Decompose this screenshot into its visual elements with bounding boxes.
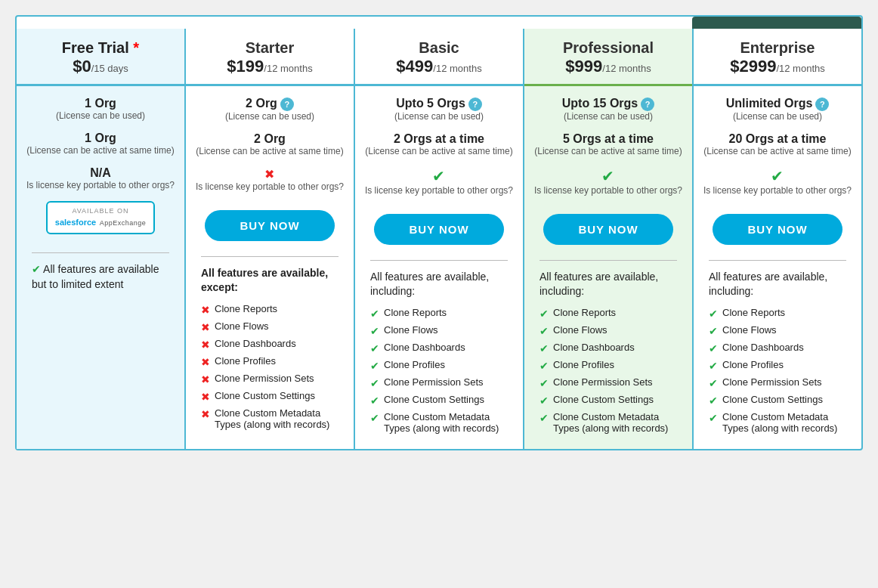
feature-label: Clone Flows <box>553 324 607 336</box>
feature-cross-icon: ✖ <box>201 373 210 385</box>
org-active-note-basic: (License can be active at same time) <box>363 146 515 156</box>
buy-btn-professional[interactable]: BUY NOW <box>543 214 673 245</box>
feature-label: Clone Custom Settings <box>553 394 654 405</box>
features-section-basic: All features are available, including:✔C… <box>363 270 515 438</box>
col-period-basic: /12 months <box>433 63 481 74</box>
feature-item: ✔Clone Dashboards <box>370 342 508 354</box>
col-price-free-trial: $0/15 days <box>24 57 177 76</box>
portable-check-enterprise: ✔ <box>703 167 852 185</box>
feature-item: ✔Clone Flows <box>709 324 846 337</box>
feature-check-icon: ✔ <box>370 325 379 337</box>
feature-label: Clone Dashboards <box>553 342 635 353</box>
salesforce-logo: salesforce AppExchange <box>55 215 146 228</box>
feature-check-icon: ✔ <box>709 412 718 424</box>
org-active-free-trial: 1 Org(License can be active at same time… <box>24 132 177 156</box>
feature-label: Clone Dashboards <box>384 342 465 353</box>
col-header-basic: Basic$499/12 months <box>355 29 523 86</box>
org-active-count-enterprise: 20 Orgs at a time <box>701 132 854 146</box>
help-icon-orgs-basic[interactable]: ? <box>468 97 482 111</box>
org-note-basic: (License can be used) <box>363 111 515 122</box>
col-header-professional: Professional$999/12 months <box>524 29 692 86</box>
feature-item: ✖Clone Custom Metadata Types (along with… <box>201 407 339 430</box>
org-active-note-professional: (License can be active at same time) <box>532 146 685 156</box>
features-title-enterprise: All features are available, including: <box>709 270 846 299</box>
feature-label: Clone Permission Sets <box>553 376 653 388</box>
col-price-professional: $999/12 months <box>532 57 685 76</box>
feature-item: ✔Clone Flows <box>539 324 677 337</box>
features-section-free-trial: ✔ All features are available but to limi… <box>24 262 177 299</box>
feature-label: Clone Custom Settings <box>384 394 484 405</box>
portable-check-professional: ✔ <box>534 167 682 185</box>
features-divider-starter <box>201 256 339 257</box>
feature-item: ✔Clone Flows <box>370 324 508 337</box>
col-price-enterprise: $2999/12 months <box>701 57 854 76</box>
portable-label-starter: Is license key portable to other orgs? <box>196 181 344 192</box>
feature-label: Clone Dashboards <box>215 338 296 349</box>
feature-item: ✔Clone Custom Metadata Types (along with… <box>709 411 846 434</box>
feature-label: Clone Permission Sets <box>215 373 314 384</box>
help-icon-orgs-professional[interactable]: ? <box>641 97 654 111</box>
col-title-enterprise: Enterprise <box>701 39 854 57</box>
salesforce-badge: AVAILABLE ONsalesforce AppExchange <box>46 201 155 234</box>
feature-item: ✔Clone Reports <box>539 307 677 320</box>
org-active-note-free-trial: (License can be active at same time) <box>24 145 177 156</box>
feature-item: ✔Clone Profiles <box>370 359 508 372</box>
portable-professional: ✔Is license key portable to other orgs? <box>534 167 682 196</box>
feature-label: Clone Flows <box>722 324 777 336</box>
feature-check-icon: ✔ <box>370 308 379 320</box>
org-active-starter: 2 Org(License can be active at same time… <box>193 132 346 156</box>
feature-label: Clone Permission Sets <box>722 376 822 388</box>
org-allowed-free-trial: 1 Org(License can be used) <box>24 97 177 121</box>
required-asterisk: * <box>133 39 139 56</box>
feature-label: Clone Profiles <box>384 359 445 370</box>
buy-btn-starter[interactable]: BUY NOW <box>205 210 335 241</box>
portable-cross-starter: ✖ <box>196 167 344 181</box>
buy-btn-basic[interactable]: BUY NOW <box>374 214 504 245</box>
org-active-enterprise: 20 Orgs at a time(License can be active … <box>701 132 854 156</box>
col-body-enterprise: Unlimited Orgs?(License can be used)20 O… <box>694 86 861 449</box>
feature-check-icon: ✔ <box>370 342 379 354</box>
feature-label: Clone Custom Settings <box>722 394 823 405</box>
col-body-professional: Upto 15 Orgs?(License can be used)5 Orgs… <box>524 86 692 449</box>
features-title-starter: All features are available, except: <box>201 266 339 296</box>
org-active-count-professional: 5 Orgs at a time <box>532 132 685 146</box>
buy-btn-enterprise[interactable]: BUY NOW <box>713 214 842 245</box>
feature-label: Clone Custom Metadata Types (along with … <box>384 411 508 434</box>
help-icon-orgs-enterprise[interactable]: ? <box>815 97 829 111</box>
col-title-professional: Professional <box>532 39 685 57</box>
col-starter: Starter$199/12 months2 Org?(License can … <box>186 29 355 449</box>
org-active-professional: 5 Orgs at a time(License can be active a… <box>532 132 685 156</box>
feature-label: Clone Flows <box>215 320 269 332</box>
columns-row: Free Trial *$0/15 days1 Org(License can … <box>17 29 861 449</box>
feature-label: Clone Reports <box>384 307 447 318</box>
feature-item: ✔Clone Permission Sets <box>709 376 846 389</box>
features-divider-professional <box>539 260 677 261</box>
col-free-trial: Free Trial *$0/15 days1 Org(License can … <box>17 29 186 449</box>
feature-item: ✔Clone Custom Metadata Types (along with… <box>370 411 508 434</box>
org-count-professional: Upto 15 Orgs? <box>532 97 685 111</box>
feature-item: ✔Clone Custom Settings <box>370 394 508 407</box>
feature-cross-icon: ✖ <box>201 321 210 333</box>
org-active-note-starter: (License can be active at same time) <box>193 146 346 156</box>
org-allowed-starter: 2 Org?(License can be used) <box>193 97 346 122</box>
col-period-professional: /12 months <box>602 63 651 74</box>
feature-cross-icon: ✖ <box>201 339 210 351</box>
feature-item: ✔Clone Permission Sets <box>370 376 508 389</box>
feature-label: Clone Dashboards <box>722 342 804 353</box>
feature-item: ✖Clone Profiles <box>201 355 339 368</box>
col-price-basic: $499/12 months <box>363 57 515 76</box>
pricing-table: Free Trial *$0/15 days1 Org(License can … <box>15 15 863 450</box>
available-on-label: AVAILABLE ON <box>55 207 146 215</box>
org-count-enterprise: Unlimited Orgs? <box>701 97 854 111</box>
help-icon-orgs-starter[interactable]: ? <box>280 97 294 111</box>
col-period-starter: /12 months <box>264 63 312 74</box>
appexchange-label: AppExchange <box>100 219 147 227</box>
feature-item: ✖Clone Dashboards <box>201 338 339 351</box>
feature-item: ✔Clone Reports <box>370 307 508 320</box>
features-section-starter: All features are available, except:✖Clon… <box>193 266 346 435</box>
feature-label: Clone Custom Metadata Types (along with … <box>553 411 677 434</box>
col-title-basic: Basic <box>363 39 515 57</box>
col-basic: Basic$499/12 monthsUpto 5 Orgs?(License … <box>355 29 524 449</box>
org-active-count-basic: 2 Orgs at a time <box>363 132 515 146</box>
portable-check-basic: ✔ <box>365 167 513 185</box>
